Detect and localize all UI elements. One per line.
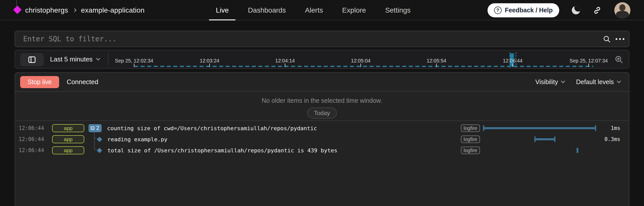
tick-mark <box>588 63 589 67</box>
span-duration-bar <box>483 127 596 129</box>
empty-state: No older items in the selected time wind… <box>15 92 629 121</box>
log-row-body: total size of /Users/christophersamiulla… <box>84 147 337 154</box>
tick-label: 12:04:14 <box>275 58 295 64</box>
theme-moon-icon[interactable] <box>572 6 580 14</box>
search-icon[interactable] <box>603 35 611 43</box>
log-timestamp: 12:06:44 <box>19 147 52 153</box>
scope-badge-app[interactable]: app <box>52 124 84 132</box>
live-header-controls: Visibility Default levels <box>535 78 624 86</box>
tick-mark <box>285 63 285 67</box>
logo-tail-line <box>16 0 17 6</box>
tag-badge-logfire[interactable]: logfire <box>461 135 480 143</box>
breadcrumb-org[interactable]: christophergs <box>25 6 68 14</box>
tab-explore[interactable]: Explore <box>335 0 373 20</box>
tick-mark <box>209 63 210 67</box>
tag-badge-logfire[interactable]: logfire <box>461 147 480 154</box>
question-circle-icon: ? <box>494 7 502 14</box>
sql-filter-bar <box>15 31 629 47</box>
more-options-icon[interactable] <box>616 38 624 40</box>
tick-label: 12:06:44 <box>503 58 522 64</box>
log-message: reading example.py <box>107 136 167 143</box>
default-levels-dropdown[interactable]: Default levels <box>576 78 620 86</box>
span-duration-label: 0.3ms <box>605 136 620 142</box>
default-levels-label: Default levels <box>576 78 614 86</box>
tick-mark <box>436 63 437 67</box>
tick-mark <box>360 63 361 67</box>
span-diamond-icon <box>97 148 102 153</box>
tick-label: Sep 25, 12:02:34 <box>115 58 153 64</box>
log-row-log-child[interactable]: 12:06:44 app total size of /Users/christ… <box>15 145 629 156</box>
tick-label: 12:05:54 <box>427 58 446 64</box>
live-trace-panel: Stop live Connected Visibility Default l… <box>15 72 629 206</box>
tick-label: Sep 25, 12:07:34 <box>570 58 608 64</box>
tick-mark <box>512 63 513 67</box>
chevron-right-icon <box>72 8 76 12</box>
tag-badge-logfire[interactable]: logfire <box>461 124 480 132</box>
tick-mark <box>134 63 134 67</box>
minus-square-icon <box>91 126 94 130</box>
stop-live-button[interactable]: Stop live <box>20 76 59 88</box>
chevron-down-icon <box>617 79 621 83</box>
empty-state-message: No older items in the selected time wind… <box>262 97 382 104</box>
tab-alerts[interactable]: Alerts <box>298 0 330 20</box>
share-link-icon[interactable] <box>593 6 602 15</box>
log-instant-tick <box>577 148 578 153</box>
sql-filter-input[interactable] <box>15 31 629 47</box>
log-row-body: 2 counting size of cwd=/Users/christophe… <box>84 124 317 132</box>
feedback-help-label: Feedback / Help <box>505 7 553 14</box>
time-range-bar: Last 5 minutes Sep 25, 12:02:34 12:03:24… <box>15 50 629 69</box>
connection-status: Connected <box>67 78 98 86</box>
log-message: counting size of cwd=/Users/christophers… <box>107 125 317 131</box>
tick-label: 12:05:04 <box>351 58 371 64</box>
visibility-label: Visibility <box>535 78 558 86</box>
log-timestamp: 12:06:44 <box>19 136 52 142</box>
app-root: christophergs example-application Live D… <box>0 0 644 206</box>
child-count: 2 <box>96 125 99 131</box>
span-duration-bar <box>535 138 555 140</box>
top-nav: christophergs example-application Live D… <box>0 0 644 20</box>
scope-badge-app[interactable]: app <box>52 146 84 154</box>
log-row-body: reading example.py <box>84 136 167 143</box>
log-message: total size of /Users/christophersamiulla… <box>107 147 337 154</box>
chevron-down-icon <box>561 79 565 83</box>
zoom-in-button[interactable] <box>614 55 623 64</box>
log-row-span-parent[interactable]: 12:06:44 app 2 counting size of cwd=/Use… <box>15 123 629 134</box>
breadcrumb-project[interactable]: example-application <box>81 6 145 14</box>
nav-tabs: Live Dashboards Alerts Explore Settings <box>209 0 417 20</box>
log-rows: 12:06:44 app 2 counting size of cwd=/Use… <box>15 121 629 156</box>
live-header: Stop live Connected Visibility Default l… <box>15 73 629 92</box>
user-avatar[interactable] <box>614 2 630 18</box>
tab-live[interactable]: Live <box>209 0 235 20</box>
feedback-help-button[interactable]: ? Feedback / Help <box>488 3 559 17</box>
breadcrumb: christophergs example-application <box>25 0 145 20</box>
tab-dashboards[interactable]: Dashboards <box>241 0 293 20</box>
tab-settings[interactable]: Settings <box>378 0 417 20</box>
magnifier-plus-icon <box>614 55 623 64</box>
scope-badge-app[interactable]: app <box>52 135 84 143</box>
timeline-strip[interactable]: Sep 25, 12:02:34 12:03:24 12:04:14 12:05… <box>15 50 611 68</box>
visibility-dropdown[interactable]: Visibility <box>535 78 565 86</box>
collapse-children-badge[interactable]: 2 <box>89 124 102 132</box>
span-duration-label: 1ms <box>611 125 620 131</box>
log-timestamp: 12:06:44 <box>19 125 52 131</box>
log-row-span-child[interactable]: 12:06:44 app reading example.py logfire … <box>15 134 629 145</box>
span-diamond-icon <box>97 136 102 142</box>
nav-right-cluster: ? Feedback / Help <box>488 0 630 20</box>
timeline-dashed-baseline <box>134 66 593 67</box>
logfire-logo-icon[interactable] <box>13 6 22 14</box>
tick-label: 12:03:24 <box>200 58 219 64</box>
today-button[interactable]: Today <box>307 108 337 119</box>
